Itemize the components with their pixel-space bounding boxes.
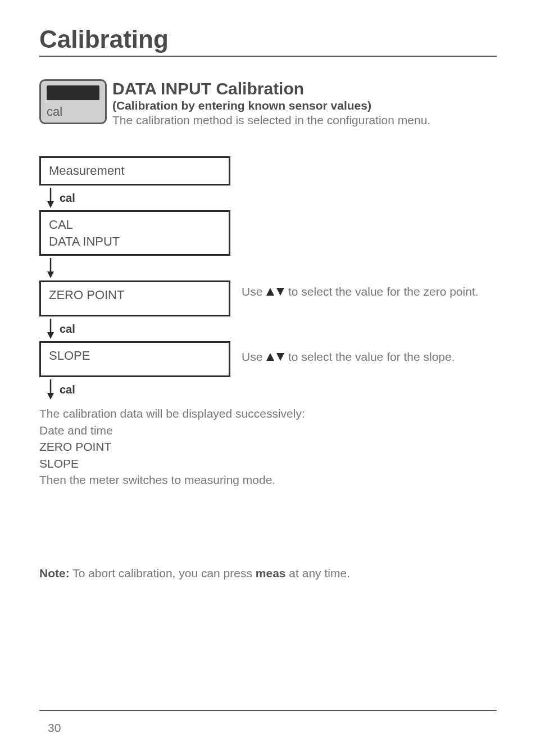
desc-zero-pre: Use [242, 285, 266, 298]
summary-line1: The calibration data will be displayed s… [39, 405, 497, 422]
box-slope: SLOPE [39, 341, 230, 377]
svg-marker-8 [266, 353, 274, 361]
summary-line2: Date and time [39, 422, 497, 438]
down-arrow-icon [46, 379, 55, 400]
down-arrow-icon [46, 319, 55, 339]
summary-line3: ZERO POINT [39, 438, 497, 455]
svg-marker-7 [47, 332, 54, 339]
footer-rule [39, 710, 497, 711]
arrow-step-a: cal [46, 188, 497, 208]
page-title: Calibrating [39, 25, 497, 53]
flow-row-slope: SLOPE Use to select the value for the sl… [39, 341, 497, 377]
device-screen-icon [47, 85, 99, 100]
section-subheading: (Calibration by entering known sensor va… [112, 99, 497, 112]
title-rule [39, 56, 497, 57]
svg-marker-5 [276, 288, 284, 296]
note-pre: To abort calibration, you can press [70, 567, 256, 580]
desc-zero-point: Use to select the value for the zero poi… [242, 280, 479, 300]
arrow-step-plain [46, 258, 497, 278]
summary-block: The calibration data will be displayed s… [39, 405, 497, 488]
arrow-step-b: cal [46, 319, 497, 339]
arrow-step-c: cal [46, 379, 497, 400]
device-cal-label: cal [47, 105, 62, 119]
header-row: cal DATA INPUT Calibration (Calibration … [39, 79, 497, 128]
svg-marker-9 [276, 353, 284, 361]
flow-row-zero-point: ZERO POINT Use to select the value for t… [39, 280, 497, 316]
page-number: 30 [48, 721, 61, 735]
svg-marker-11 [47, 393, 54, 400]
flow-row-measurement: Measurement [39, 156, 497, 185]
box-line1: CAL [49, 216, 221, 233]
desc-slope-pre: Use [242, 350, 266, 363]
desc-slope: Use to select the value for the slope. [242, 341, 455, 365]
header-text-block: DATA INPUT Calibration (Calibration by e… [112, 79, 497, 128]
note-label: Note: [39, 567, 70, 580]
up-down-triangles-icon [266, 287, 285, 297]
summary-line5: Then the meter switches to measuring mod… [39, 472, 497, 488]
svg-marker-3 [47, 271, 54, 278]
down-arrow-icon [46, 258, 55, 278]
desc-slope-post: to select the value for the slope. [285, 350, 455, 363]
svg-marker-4 [266, 288, 274, 296]
box-measurement: Measurement [39, 156, 230, 185]
arrow-label-b: cal [60, 323, 75, 336]
box-zero-point: ZERO POINT [39, 280, 230, 316]
note-key: meas [256, 567, 286, 580]
note-post: at any time. [286, 567, 350, 580]
summary-line4: SLOPE [39, 455, 497, 472]
box-cal-datainput: CAL DATA INPUT [39, 210, 230, 256]
section-heading: DATA INPUT Calibration [112, 79, 497, 98]
device-cal-icon: cal [39, 79, 107, 124]
flow-row-cal-datainput: CAL DATA INPUT [39, 210, 497, 256]
up-down-triangles-icon [266, 352, 285, 362]
down-arrow-icon [46, 188, 55, 208]
note-block: Note: To abort calibration, you can pres… [39, 567, 497, 580]
section-body: The calibration method is selected in th… [112, 112, 497, 128]
desc-zero-post: to select the value for the zero point. [285, 285, 478, 298]
box-line2: DATA INPUT [49, 233, 221, 250]
arrow-label-a: cal [60, 192, 75, 205]
arrow-label-c: cal [60, 383, 75, 396]
svg-marker-1 [47, 201, 54, 208]
